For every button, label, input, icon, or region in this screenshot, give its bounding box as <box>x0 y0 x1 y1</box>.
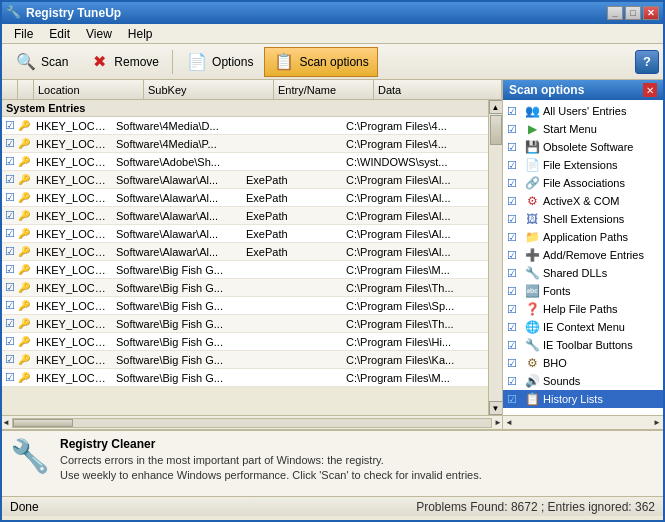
row-entry <box>244 323 344 325</box>
row-checkbox[interactable]: ☑ <box>2 191 18 204</box>
table-content[interactable]: System Entries ☑ 🔑 HKEY_LOCAL... Softwar… <box>2 100 488 415</box>
table-row[interactable]: ☑ 🔑 HKEY_LOCAL... Software\Alawar\Al... … <box>2 189 488 207</box>
row-checkbox[interactable]: ☑ <box>2 119 18 132</box>
info-title: Registry Cleaner <box>60 437 482 451</box>
row-checkbox[interactable]: ☑ <box>2 299 18 312</box>
panel-item-addremove-entries[interactable]: ☑ ➕ Add/Remove Entries <box>503 246 663 264</box>
table-row[interactable]: ☑ 🔑 HKEY_LOCAL... Software\Alawar\Al... … <box>2 171 488 189</box>
menu-edit[interactable]: Edit <box>41 25 78 43</box>
row-entry <box>244 287 344 289</box>
status-left: Done <box>10 500 416 514</box>
table-row[interactable]: ☑ 🔑 HKEY_LOCAL... Software\Big Fish G...… <box>2 279 488 297</box>
panel-item-help-file-paths[interactable]: ☑ ❓ Help File Paths <box>503 300 663 318</box>
panel-item-ie-toolbar-buttons[interactable]: ☑ 🔧 IE Toolbar Buttons <box>503 336 663 354</box>
row-subkey: Software\4Media\D... <box>114 119 244 133</box>
row-checkbox[interactable]: ☑ <box>2 209 18 222</box>
panel-item-ie-context-menu[interactable]: ☑ 🌐 IE Context Menu <box>503 318 663 336</box>
table-row[interactable]: ☑ 🔑 HKEY_LOCAL... Software\Alawar\Al... … <box>2 243 488 261</box>
menu-file[interactable]: File <box>6 25 41 43</box>
table-row[interactable]: ☑ 🔑 HKEY_LOCAL... Software\4Media\D... C… <box>2 117 488 135</box>
panel-title: Scan options <box>509 83 643 97</box>
row-data: C:\WINDOWS\syst... <box>344 155 488 169</box>
options-button[interactable]: 📄 Options <box>177 47 262 77</box>
menu-view[interactable]: View <box>78 25 120 43</box>
h-scroll-right[interactable]: ► <box>494 418 502 427</box>
panel-item-sounds[interactable]: ☑ 🔊 Sounds <box>503 372 663 390</box>
row-entry <box>244 377 344 379</box>
table-row[interactable]: ☑ 🔑 HKEY_LOCAL... Software\Big Fish G...… <box>2 315 488 333</box>
h-scroll-left[interactable]: ◄ <box>2 418 10 427</box>
panel-close-button[interactable]: ✕ <box>643 83 657 97</box>
row-checkbox[interactable]: ☑ <box>2 371 18 384</box>
row-checkbox[interactable]: ☑ <box>2 155 18 168</box>
scroll-track[interactable] <box>489 114 502 401</box>
table-row[interactable]: ☑ 🔑 HKEY_LOCAL... Software\Big Fish G...… <box>2 333 488 351</box>
panel-item-icon: 🖼 <box>524 211 540 227</box>
table-row[interactable]: ☑ 🔑 HKEY_LOCAL... Software\Alawar\Al... … <box>2 207 488 225</box>
table-row[interactable]: ☑ 🔑 HKEY_LOCAL... Software\4Media\P... C… <box>2 135 488 153</box>
scroll-up-button[interactable]: ▲ <box>489 100 503 114</box>
row-location: HKEY_LOCAL... <box>34 371 114 385</box>
panel-item-checkbox: ☑ <box>507 375 521 388</box>
panel-list[interactable]: ☑ 👥 All Users' Entries ☑ ▶ Start Menu ☑ … <box>503 100 663 415</box>
panel-item-shell-extensions[interactable]: ☑ 🖼 Shell Extensions <box>503 210 663 228</box>
panel-item-fonts[interactable]: ☑ 🔤 Fonts <box>503 282 663 300</box>
panel-item-application-paths[interactable]: ☑ 📁 Application Paths <box>503 228 663 246</box>
panel-item-icon: ❓ <box>524 301 540 317</box>
row-checkbox[interactable]: ☑ <box>2 281 18 294</box>
panel-item-history-lists[interactable]: ☑ 📋 History Lists <box>503 390 663 408</box>
close-button[interactable]: ✕ <box>643 6 659 20</box>
row-checkbox[interactable]: ☑ <box>2 173 18 186</box>
row-checkbox[interactable]: ☑ <box>2 353 18 366</box>
table-row[interactable]: ☑ 🔑 HKEY_LOCAL... Software\Big Fish G...… <box>2 261 488 279</box>
maximize-button[interactable]: □ <box>625 6 641 20</box>
panel-item-label: BHO <box>543 357 567 369</box>
row-checkbox[interactable]: ☑ <box>2 335 18 348</box>
scroll-down-button[interactable]: ▼ <box>489 401 503 415</box>
panel-item-checkbox: ☑ <box>507 321 521 334</box>
panel-item-checkbox: ☑ <box>507 249 521 262</box>
panel-item-label: History Lists <box>543 393 603 405</box>
remove-button[interactable]: ✖ Remove <box>79 47 168 77</box>
panel-scroll-right[interactable]: ► <box>653 418 661 427</box>
minimize-button[interactable]: _ <box>607 6 623 20</box>
table-row[interactable]: ☑ 🔑 HKEY_LOCAL... Software\Alawar\Al... … <box>2 225 488 243</box>
scroll-thumb[interactable] <box>490 115 502 145</box>
horizontal-scrollbar[interactable]: ◄ ► <box>2 415 502 429</box>
scan-options-icon: 📋 <box>273 51 295 73</box>
scan-options-button[interactable]: 📋 Scan options <box>264 47 377 77</box>
scan-button[interactable]: 🔍 Scan <box>6 47 77 77</box>
panel-scroll-left[interactable]: ◄ <box>505 418 513 427</box>
help-button[interactable]: ? <box>635 50 659 74</box>
panel-item-file-associations[interactable]: ☑ 🔗 File Associations <box>503 174 663 192</box>
row-icon: 🔑 <box>18 174 34 185</box>
row-subkey: Software\Big Fish G... <box>114 335 244 349</box>
table-row[interactable]: ☑ 🔑 HKEY_LOCAL... Software\Big Fish G...… <box>2 369 488 387</box>
row-icon: 🔑 <box>18 192 34 203</box>
menu-help[interactable]: Help <box>120 25 161 43</box>
panel-item-bho[interactable]: ☑ ⚙ BHO <box>503 354 663 372</box>
row-checkbox[interactable]: ☑ <box>2 245 18 258</box>
panel-item-activex--com[interactable]: ☑ ⚙ ActiveX & COM <box>503 192 663 210</box>
panel-scrollbar[interactable]: ◄ ► <box>503 415 663 429</box>
info-line-1: Corrects errors in the most important pa… <box>60 453 482 468</box>
row-checkbox[interactable]: ☑ <box>2 263 18 276</box>
panel-item-start-menu[interactable]: ☑ ▶ Start Menu <box>503 120 663 138</box>
table-row[interactable]: ☑ 🔑 HKEY_LOCAL... Software\Big Fish G...… <box>2 297 488 315</box>
panel-item-icon: 🔗 <box>524 175 540 191</box>
table-row[interactable]: ☑ 🔑 HKEY_LOCAL... Software\Big Fish G...… <box>2 351 488 369</box>
row-checkbox[interactable]: ☑ <box>2 227 18 240</box>
row-icon: 🔑 <box>18 300 34 311</box>
row-data: C:\Program Files\4... <box>344 137 488 151</box>
row-data: C:\Program Files\M... <box>344 371 488 385</box>
table-row[interactable]: ☑ 🔑 HKEY_LOCAL... Software\Adobe\Sh... C… <box>2 153 488 171</box>
app-icon: 🔧 <box>6 5 22 21</box>
row-checkbox[interactable]: ☑ <box>2 317 18 330</box>
panel-item-checkbox: ☑ <box>507 303 521 316</box>
panel-item-obsolete-software[interactable]: ☑ 💾 Obsolete Software <box>503 138 663 156</box>
vertical-scrollbar[interactable]: ▲ ▼ <box>488 100 502 415</box>
panel-item-file-extensions[interactable]: ☑ 📄 File Extensions <box>503 156 663 174</box>
panel-item-all-users-entries[interactable]: ☑ 👥 All Users' Entries <box>503 102 663 120</box>
row-checkbox[interactable]: ☑ <box>2 137 18 150</box>
panel-item-shared-dlls[interactable]: ☑ 🔧 Shared DLLs <box>503 264 663 282</box>
